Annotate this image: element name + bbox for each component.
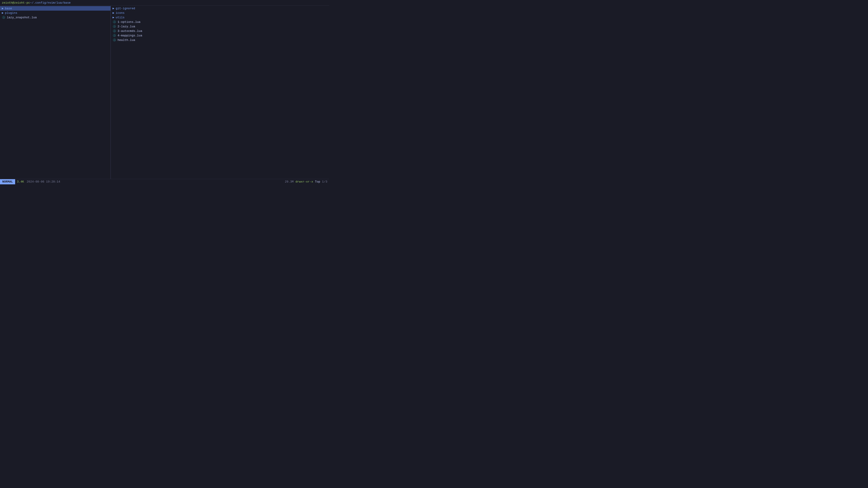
lua-file-icon: 🌑 [113, 38, 116, 42]
user-host: zeioth@zeioht-pc [2, 1, 30, 4]
right-pane-item[interactable]: 🌑 4-mappings.lua [111, 33, 329, 38]
statusline: NORMAL 3.4K 2024-08-06 19:28:14 29.3M dr… [0, 179, 329, 184]
folder-icon: ▶ [113, 6, 114, 10]
file-name: 4-mappings.lua [118, 34, 142, 37]
file-name: health.lua [118, 38, 135, 42]
left-pane-item[interactable]: ▶ base [0, 6, 111, 11]
right-pane-item[interactable]: ▶ git-ignored [111, 6, 329, 11]
lua-file-icon: 🌑 [2, 15, 5, 19]
lua-file-icon: 🌑 [113, 34, 116, 37]
file-size: 3.4K [15, 180, 26, 184]
folder-icon: ▶ [113, 15, 114, 19]
folder-name: git-ignored [116, 7, 135, 10]
right-pane-item[interactable]: 🌑 3-autocmds.lua [111, 29, 329, 33]
left-pane-item[interactable]: ▶ plugins [0, 11, 111, 15]
total-size: 29.3M [285, 180, 293, 184]
lua-file-icon: 🌑 [113, 29, 116, 33]
folder-name: utils [116, 16, 125, 19]
lua-file-icon: 🌑 [113, 20, 116, 24]
file-manager-content: ▶ base▶ plugins🌑 lazy_snapshot.lua ▶ git… [0, 5, 329, 179]
right-pane-item[interactable]: ▶ utils [111, 15, 329, 20]
right-pane: ▶ git-ignored▶ icons▶ utils🌑 1-options.l… [111, 6, 329, 179]
right-pane-item[interactable]: 🌑 2-lazy.lua [111, 24, 329, 29]
folder-icon: ▶ [2, 11, 4, 15]
left-pane: ▶ base▶ plugins🌑 lazy_snapshot.lua [0, 6, 111, 179]
right-pane-item[interactable]: 🌑 1-options.lua [111, 20, 329, 24]
file-permissions: drwxr-xr-x [296, 180, 313, 184]
file-name: lazy_snapshot.lua [7, 16, 37, 19]
current-path: ~/.config/nvim/lua/base [30, 1, 70, 4]
scroll-position: Top [315, 180, 320, 184]
file-name: 2-lazy.lua [118, 25, 135, 28]
file-name: 3-autocmds.lua [118, 29, 142, 33]
left-pane-item[interactable]: 🌑 lazy_snapshot.lua [0, 15, 111, 20]
lua-file-icon: 🌑 [113, 25, 116, 28]
folder-name: icons [116, 11, 125, 15]
folder-icon: ▶ [113, 11, 114, 15]
datetime: 2024-08-06 19:28:14 [26, 180, 61, 184]
status-right-section: 29.3M drwxr-xr-x Top 1/3 [285, 180, 329, 184]
folder-name: plugins [5, 11, 18, 15]
file-name: 1-options.lua [118, 20, 141, 24]
terminal-titlebar: zeioth@zeioht-pc ~/.config/nvim/lua/base [0, 0, 329, 5]
right-pane-item[interactable]: 🌑 health.lua [111, 38, 329, 42]
folder-icon: ▶ [2, 6, 4, 10]
vim-mode: NORMAL [0, 179, 15, 184]
folder-name: base [5, 7, 12, 10]
right-pane-item[interactable]: ▶ icons [111, 11, 329, 15]
item-position: 1/3 [322, 180, 327, 184]
